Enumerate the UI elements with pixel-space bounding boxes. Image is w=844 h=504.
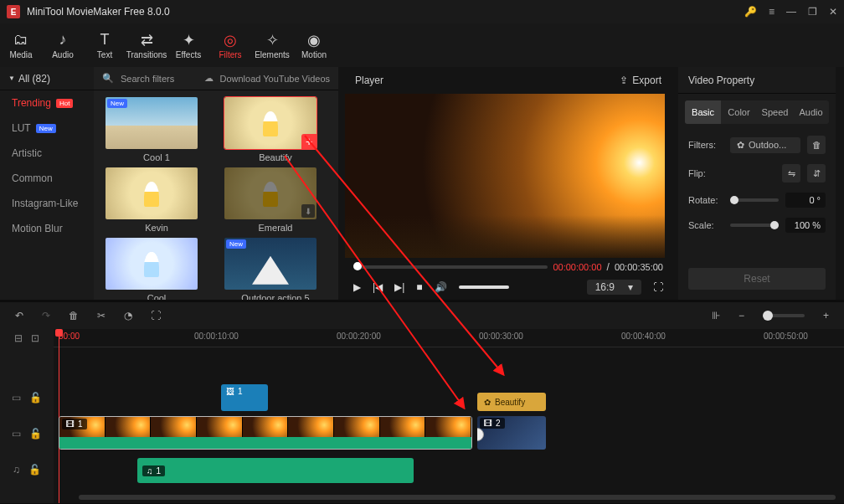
rotate-label: Rotate: [688, 195, 723, 205]
tab-effects[interactable]: ✦Effects [167, 23, 209, 67]
flip-label: Flip: [688, 168, 723, 178]
flip-horizontal-button[interactable]: ⇋ [782, 164, 800, 183]
download-link[interactable]: Download YouTube Videos [220, 74, 331, 84]
prev-frame-button[interactable]: |◀ [373, 281, 383, 293]
timeline-scrollbar[interactable] [79, 495, 836, 500]
filter-card-cool[interactable]: Cool [106, 238, 208, 300]
video-icon: 🎞 [484, 419, 492, 428]
tab-elements[interactable]: ✧Elements [251, 23, 293, 67]
sidebar-item-lut[interactable]: LUTNew [0, 116, 94, 141]
next-frame-button[interactable]: ▶| [394, 281, 404, 293]
sidebar-item-instagram-like[interactable]: Instagram-Like [0, 191, 94, 216]
app-title: MiniTool MovieMaker Free 8.0.0 [27, 6, 744, 18]
timeline-toolbar: ↶ ↷ 🗑 ✂ ◔ ⛶ ⊪ − + [0, 302, 844, 329]
sidebar-item-common[interactable]: Common [0, 166, 94, 191]
crop-button[interactable]: ⛶ [151, 310, 161, 321]
delete-filter-button[interactable]: 🗑 [807, 136, 826, 154]
volume-icon[interactable]: 🔊 [435, 281, 447, 293]
transition-indicator[interactable] [477, 428, 484, 441]
export-icon: ⇪ [620, 75, 628, 86]
music-icon: ♫ [147, 466, 153, 476]
chevron-down-icon: ▾ [628, 281, 633, 293]
filter-card-cool-1[interactable]: NewCool 1 [106, 97, 208, 162]
filter-panel: 🔍 Search filters ☁ Download YouTube Vide… [94, 67, 338, 300]
export-button[interactable]: ⇪Export [620, 75, 661, 86]
reset-button[interactable]: Reset [688, 268, 826, 290]
filter-clip[interactable]: ✿Beautify [477, 393, 546, 411]
filters-label: Filters: [688, 140, 723, 150]
expand-tracks-icon[interactable]: ⊡ [31, 332, 39, 344]
volume-slider[interactable] [459, 285, 509, 289]
stop-button[interactable]: ■ [416, 281, 422, 293]
image-icon: 🖼 [226, 387, 234, 396]
prop-tab-audio[interactable]: Audio [793, 100, 829, 124]
cut-button[interactable]: ✂ [97, 310, 106, 321]
overlay-track-icon: ▭ [12, 392, 21, 404]
delete-button[interactable]: 🗑 [69, 310, 79, 321]
app-icon: E [7, 5, 20, 18]
sidebar-item-trending[interactable]: TrendingHot [0, 90, 94, 116]
scale-slider[interactable] [730, 224, 779, 227]
menu-icon[interactable]: ≡ [769, 6, 775, 18]
tab-text[interactable]: TText [84, 23, 126, 67]
tab-filters[interactable]: ◎Filters [209, 23, 251, 67]
zoom-in-button[interactable]: + [823, 310, 829, 321]
flip-vertical-button[interactable]: ⇵ [807, 164, 826, 183]
tab-audio[interactable]: ♪Audio [42, 23, 84, 67]
player-panel: Player ⇪Export 00:00:00:00 / 00:00:35:00… [345, 67, 672, 300]
filter-category-sidebar: ▼All (82) TrendingHotLUTNewArtisticCommo… [0, 67, 94, 300]
download-icon[interactable]: ☁ [204, 73, 214, 84]
video-icon: 🎞 [66, 419, 75, 429]
audio-clip[interactable]: ♫1 [137, 458, 414, 483]
video-clip-1[interactable]: 🎞1 [59, 416, 472, 450]
scale-label: Scale: [688, 220, 723, 230]
time-total: 00:00:35:00 [615, 262, 663, 272]
sidebar-item-artistic[interactable]: Artistic [0, 141, 94, 166]
video-preview[interactable] [345, 94, 665, 258]
rotate-slider[interactable] [730, 198, 779, 202]
add-filter-button[interactable]: + [301, 134, 316, 149]
marker-button[interactable]: ⊪ [712, 310, 720, 321]
properties-panel: Video Property BasicColorSpeedAudio Filt… [678, 67, 836, 300]
zoom-slider[interactable] [763, 314, 805, 317]
search-placeholder[interactable]: Search filters [121, 74, 174, 84]
zoom-out-button[interactable]: − [738, 310, 744, 321]
key-icon[interactable]: 🔑 [744, 6, 757, 18]
download-icon[interactable]: ⬇ [301, 204, 315, 218]
lock-icon[interactable]: 🔓 [29, 428, 42, 440]
filter-card-outdoor-action-5[interactable]: NewOutdoor action 5 [224, 238, 327, 300]
lock-icon[interactable]: 🔓 [28, 464, 41, 476]
prop-tab-color[interactable]: Color [721, 100, 757, 124]
timeline-ruler[interactable]: 00:00 00:00:10:00 00:00:20:00 00:00:30:0… [54, 329, 844, 347]
filter-chip[interactable]: ✿Outdoo... [730, 137, 800, 153]
filter-card-beautify[interactable]: +Beautify [224, 97, 327, 162]
video-track-icon: ▭ [12, 428, 21, 440]
rotate-value[interactable]: 0 ° [785, 193, 826, 208]
minimize-icon[interactable]: — [786, 6, 796, 18]
tab-transitions[interactable]: ⇄Transitions [126, 23, 167, 67]
fullscreen-button[interactable]: ⛶ [653, 281, 663, 293]
maximize-icon[interactable]: ❐ [808, 6, 817, 18]
undo-button[interactable]: ↶ [15, 310, 23, 321]
scale-value[interactable]: 100 % [785, 218, 826, 233]
chevron-down-icon: ▼ [8, 75, 15, 82]
filter-card-kevin[interactable]: Kevin [106, 167, 208, 233]
search-icon[interactable]: 🔍 [102, 73, 114, 84]
filter-card-emerald[interactable]: ⬇Emerald [224, 167, 327, 233]
close-icon[interactable]: ✕ [829, 6, 837, 18]
redo-button[interactable]: ↷ [42, 310, 50, 321]
sidebar-item-motion-blur[interactable]: Motion Blur [0, 216, 94, 241]
collapse-tracks-icon[interactable]: ⊟ [14, 332, 23, 344]
prop-tab-basic[interactable]: Basic [685, 100, 721, 124]
tab-media[interactable]: 🗂Media [0, 23, 42, 67]
play-button[interactable]: ▶ [353, 281, 361, 293]
sidebar-header[interactable]: ▼All (82) [0, 67, 94, 90]
video-clip-2[interactable]: 🎞2 [477, 416, 546, 450]
prop-tab-speed[interactable]: Speed [757, 100, 793, 124]
lock-icon[interactable]: 🔓 [29, 392, 42, 404]
tab-motion[interactable]: ◉Motion [293, 23, 335, 67]
aspect-select[interactable]: 16:9▾ [587, 280, 641, 295]
image-clip[interactable]: 🖼1 [221, 384, 268, 411]
speed-button[interactable]: ◔ [124, 310, 132, 321]
scrub-bar[interactable] [353, 265, 548, 269]
